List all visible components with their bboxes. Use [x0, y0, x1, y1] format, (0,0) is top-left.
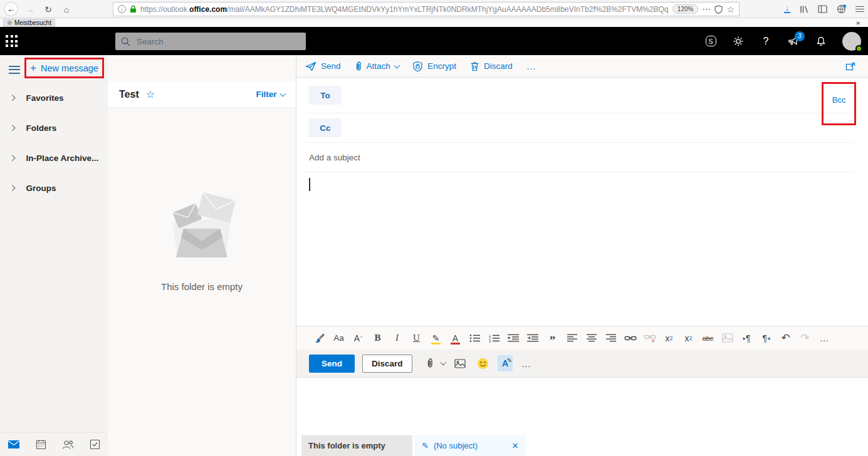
discard-toolbar-button[interactable]: Discard	[470, 61, 513, 71]
remove-link-button[interactable]	[640, 329, 659, 348]
link-icon	[624, 334, 637, 343]
reload-button[interactable]: ↻	[42, 3, 55, 16]
bullets-button[interactable]	[465, 329, 484, 348]
font-size-button[interactable]: A°	[348, 329, 368, 348]
help-button[interactable]: ?	[760, 35, 772, 48]
bcc-button[interactable]: Bcc	[832, 95, 846, 105]
people-module-button[interactable]	[61, 438, 74, 451]
subject-input[interactable]: Add a subject	[309, 153, 360, 162]
subscript-button[interactable]: x2	[679, 329, 698, 348]
left-to-right-button[interactable]: ▸¶	[737, 329, 756, 348]
sidebar-item-groups[interactable]: Groups	[0, 173, 108, 203]
url-bar[interactable]: i https://outlook.office.com/mail/AAMkAG…	[113, 2, 740, 16]
italic-button[interactable]: I	[387, 329, 407, 348]
account-avatar[interactable]	[842, 32, 861, 51]
redo-button[interactable]: ↷	[795, 329, 815, 348]
message-body-editor[interactable]	[296, 172, 868, 326]
pocket-shield-icon[interactable]	[714, 5, 723, 14]
format-painter-icon	[314, 333, 325, 343]
bookmarks-overflow-chevron[interactable]: »	[856, 19, 860, 26]
bookmark-star-icon[interactable]: ☆	[726, 4, 735, 14]
zoom-level-badge[interactable]: 120%	[672, 4, 699, 14]
sidebar-item-in-place-archive[interactable]: In-Place Archive...	[0, 143, 108, 173]
font-name-button[interactable]: Aa	[329, 329, 348, 348]
filter-button[interactable]: Filter	[256, 90, 285, 99]
attach-toolbar-button[interactable]: Attach	[355, 61, 399, 72]
format-painter-button[interactable]	[310, 329, 329, 348]
align-right-button[interactable]	[601, 329, 620, 348]
align-left-button[interactable]	[562, 329, 582, 348]
insert-link-button[interactable]	[620, 329, 640, 348]
search-box[interactable]	[115, 33, 306, 50]
calendar-module-button[interactable]	[34, 438, 47, 451]
popout-button[interactable]	[845, 62, 855, 71]
downloads-button[interactable]: ↓	[784, 5, 790, 13]
insert-emoji-button[interactable]	[475, 355, 490, 371]
sidebar-item-favorites[interactable]: Favorites	[0, 83, 108, 113]
new-message-button[interactable]: New message	[41, 63, 98, 73]
home-button[interactable]: ⌂	[60, 3, 73, 16]
bold-button[interactable]: B	[368, 329, 387, 348]
strikethrough-icon: abc	[703, 334, 714, 342]
increase-indent-button[interactable]	[523, 329, 543, 348]
action-more-button[interactable]: …	[521, 358, 531, 369]
close-icon[interactable]: ×	[512, 440, 518, 451]
attach-file-button[interactable]	[422, 355, 437, 371]
send-button[interactable]: Send	[309, 355, 355, 373]
insert-picture-inline-button[interactable]	[718, 329, 737, 348]
picture-icon	[722, 333, 733, 343]
discard-button[interactable]: Discard	[362, 355, 412, 373]
ink-draw-button[interactable]: A✎	[498, 355, 513, 371]
to-input-area[interactable]	[342, 78, 854, 113]
page-actions-icon[interactable]: ⋯	[702, 4, 711, 14]
strikethrough-button[interactable]: abc	[698, 329, 718, 348]
cc-button[interactable]: Cc	[309, 118, 342, 137]
encrypt-toolbar-button[interactable]: Encrypt	[412, 61, 456, 72]
bullet-list-icon	[469, 334, 481, 343]
forward-button[interactable]: →	[24, 3, 36, 16]
gear-icon	[7, 20, 13, 26]
chevron-down-icon[interactable]	[440, 360, 446, 365]
send-toolbar-button[interactable]: Send	[305, 61, 341, 71]
notifications-button[interactable]	[815, 35, 827, 48]
library-icon[interactable]	[800, 5, 808, 14]
superscript-button[interactable]: x2	[659, 329, 679, 348]
collapse-nav-icon[interactable]	[9, 63, 18, 76]
whats-new-button[interactable]: 3	[787, 35, 800, 48]
sidebar-toggle-icon[interactable]	[818, 5, 827, 13]
settings-button[interactable]	[732, 35, 745, 48]
numbering-button[interactable]: 1 2 3	[484, 329, 504, 348]
tasks-module-button[interactable]	[88, 438, 101, 451]
sidebar-item-folders[interactable]: Folders	[0, 113, 108, 143]
app-launcher-icon[interactable]	[6, 35, 18, 47]
right-to-left-button[interactable]: ¶◂	[756, 329, 776, 348]
compose-more-button[interactable]: …	[526, 61, 536, 71]
decrease-indent-button[interactable]	[504, 329, 523, 348]
mail-module-button[interactable]	[8, 438, 20, 451]
font-color-button[interactable]: A	[446, 329, 465, 348]
bookmark-most-visited[interactable]: Meistbesucht	[3, 19, 55, 27]
suite-bar-right: S ? 3	[704, 27, 868, 55]
skype-button[interactable]: S	[704, 35, 717, 48]
search-input[interactable]	[135, 36, 301, 47]
quote-button[interactable]: ”	[543, 329, 562, 348]
to-button[interactable]: To	[309, 86, 342, 105]
formatting-more-button[interactable]: …	[815, 329, 834, 348]
underline-button[interactable]: U	[407, 329, 426, 348]
cc-input-area[interactable]	[342, 113, 854, 142]
browser-menu-icon[interactable]	[855, 4, 864, 14]
insert-picture-button[interactable]	[452, 355, 468, 371]
smiley-icon	[477, 358, 489, 370]
plus-icon: +	[30, 63, 36, 73]
sidebar-item-label: Folders	[26, 123, 57, 133]
undo-button[interactable]: ↶	[776, 329, 795, 348]
site-info-icon[interactable]: i	[118, 5, 126, 13]
favorite-star-icon[interactable]: ☆	[146, 88, 155, 100]
align-center-button[interactable]	[582, 329, 601, 348]
draft-tab[interactable]: ✎ (No subject) ×	[415, 435, 525, 456]
back-button[interactable]: ←	[4, 2, 18, 16]
extension-globe-icon[interactable]	[837, 4, 846, 14]
subscript-icon: x	[684, 333, 689, 343]
pencil-icon: ✎	[422, 441, 429, 450]
highlight-button[interactable]: ✎	[426, 329, 446, 348]
